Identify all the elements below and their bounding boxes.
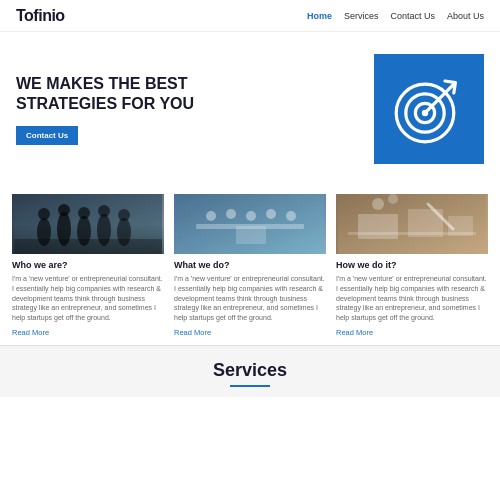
nav: Home Services Contact Us About Us	[307, 11, 484, 21]
svg-rect-30	[358, 214, 398, 239]
card-2-text: I'm a 'new venture' or entrepreneurial c…	[174, 274, 326, 323]
svg-point-22	[226, 209, 236, 219]
services-section: Services	[0, 345, 500, 397]
card-2-read-more[interactable]: Read More	[174, 328, 326, 337]
svg-point-16	[118, 209, 130, 221]
nav-home[interactable]: Home	[307, 11, 332, 21]
card-image-3	[336, 194, 488, 254]
nav-contact[interactable]: Contact Us	[390, 11, 435, 21]
svg-point-35	[388, 194, 398, 204]
svg-rect-17	[14, 239, 162, 254]
hero-heading: WE MAKES THE BEST STRATEGIES FOR YOU	[16, 74, 354, 114]
svg-point-21	[206, 211, 216, 221]
svg-point-15	[117, 218, 131, 246]
svg-rect-26	[236, 226, 266, 244]
hero-section: WE MAKES THE BEST STRATEGIES FOR YOU Con…	[0, 32, 500, 182]
svg-point-7	[37, 218, 51, 246]
services-title: Services	[213, 360, 287, 381]
svg-point-34	[372, 198, 384, 210]
header: Tofinio Home Services Contact Us About U…	[0, 0, 500, 32]
card-how-we-do-it: How we do it? I'm a 'new venture' or ent…	[336, 194, 488, 337]
svg-rect-6	[14, 194, 162, 254]
svg-point-13	[97, 214, 111, 246]
card-3-read-more[interactable]: Read More	[336, 328, 488, 337]
svg-point-23	[246, 211, 256, 221]
services-underline	[230, 385, 270, 387]
svg-point-8	[38, 208, 50, 220]
cards-section: Who we are? I'm a 'new venture' or entre…	[0, 182, 500, 345]
card-3-text: I'm a 'new venture' or entrepreneurial c…	[336, 274, 488, 323]
hero-text: WE MAKES THE BEST STRATEGIES FOR YOU Con…	[16, 74, 354, 145]
svg-point-24	[266, 209, 276, 219]
card-who-we-are: Who we are? I'm a 'new venture' or entre…	[12, 194, 164, 337]
nav-about[interactable]: About Us	[447, 11, 484, 21]
target-icon	[389, 69, 469, 149]
card-3-title: How we do it?	[336, 260, 488, 270]
card-1-text: I'm a 'new venture' or entrepreneurial c…	[12, 274, 164, 323]
card-2-title: What we do?	[174, 260, 326, 270]
card-image-1	[12, 194, 164, 254]
svg-point-14	[98, 205, 110, 217]
contact-us-button[interactable]: Contact Us	[16, 126, 78, 145]
card-1-title: Who we are?	[12, 260, 164, 270]
svg-point-10	[58, 204, 70, 216]
card-1-read-more[interactable]: Read More	[12, 328, 164, 337]
logo: Tofinio	[16, 7, 65, 25]
nav-services[interactable]: Services	[344, 11, 379, 21]
card-image-2	[174, 194, 326, 254]
card-what-we-do: What we do? I'm a 'new venture' or entre…	[174, 194, 326, 337]
hero-icon-box	[374, 54, 484, 164]
svg-point-25	[286, 211, 296, 221]
svg-point-11	[77, 216, 91, 246]
svg-point-9	[57, 212, 71, 246]
svg-point-12	[78, 207, 90, 219]
